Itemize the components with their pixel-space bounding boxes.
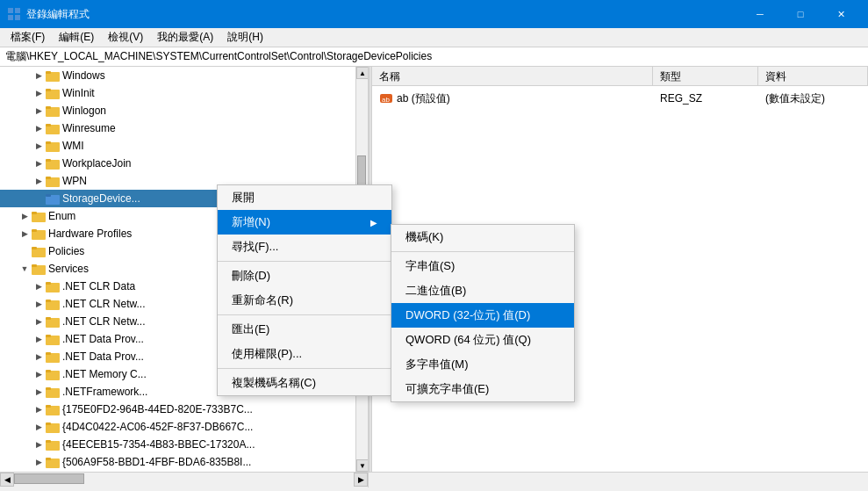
- expand-arrow: ▶: [18, 227, 32, 241]
- tree-label: .NET Memory C...: [62, 368, 147, 380]
- svg-rect-44: [46, 405, 51, 408]
- scroll-up-btn[interactable]: ▲: [356, 67, 369, 79]
- svg-rect-34: [46, 317, 51, 320]
- sub-string-label: 字串值(S): [405, 259, 455, 272]
- tree-hscroll[interactable]: ◀ ▶: [0, 473, 369, 487]
- folder-icon: [46, 157, 60, 170]
- svg-rect-32: [46, 300, 51, 302]
- ctx-expand[interactable]: 展開: [218, 185, 391, 210]
- tree-item-wmi[interactable]: ▶ WMI: [0, 137, 368, 155]
- folder-icon: [32, 210, 46, 222]
- address-path: 電腦\HKEY_LOCAL_MACHINE\SYSTEM\CurrentCont…: [5, 49, 432, 64]
- menu-help[interactable]: 說明(H): [220, 28, 270, 47]
- expand-arrow: ▶: [32, 350, 46, 364]
- ctx-new[interactable]: 新增(N) ▶: [218, 210, 391, 235]
- svg-rect-18: [46, 177, 51, 179]
- ctx-rename-label: 重新命名(R): [232, 292, 293, 308]
- svg-rect-50: [46, 458, 51, 460]
- folder-icon: [46, 315, 60, 328]
- expand-arrow: ▶: [32, 86, 46, 100]
- sub-qword[interactable]: QWORD (64 位元) 值(Q): [391, 328, 574, 352]
- close-button[interactable]: ✕: [821, 0, 861, 28]
- tree-label: Winresume: [62, 122, 116, 134]
- tree-item-guid2[interactable]: ▶ {4D4C0422-AC06-452F-8F37-DB667C...: [0, 418, 368, 436]
- submenu[interactable]: 機碼(K) 字串值(S) 二進位值(B) DWORD (32-位元) 值(D) …: [391, 224, 575, 402]
- folder-icon: [46, 298, 60, 310]
- tree-item-windows[interactable]: ▶ Windows: [0, 67, 368, 84]
- sub-dword[interactable]: DWORD (32-位元) 值(D): [391, 303, 574, 328]
- col-header-name: 名稱: [372, 67, 653, 85]
- ctx-sep1: [218, 261, 391, 262]
- tree-label: .NET Data Prov...: [62, 350, 144, 363]
- scroll-down-btn[interactable]: ▼: [356, 459, 369, 472]
- sub-qword-label: QWORD (64 位元) 值(Q): [405, 333, 531, 346]
- tree-item-workplacejoin[interactable]: ▶ WorkplaceJoin: [0, 155, 368, 172]
- expand-arrow: ▶: [32, 69, 46, 83]
- ctx-copy-keyname[interactable]: 複製機碼名稱(C): [218, 371, 391, 395]
- tree-item-winlogon[interactable]: ▶ Winlogon: [0, 102, 368, 119]
- menu-bar: 檔案(F) 編輯(E) 檢視(V) 我的最愛(A) 說明(H): [0, 28, 868, 47]
- right-header: 名稱 類型 資料: [372, 67, 868, 86]
- sub-binary[interactable]: 二進位值(B): [391, 278, 574, 303]
- svg-rect-48: [46, 440, 51, 443]
- context-menu[interactable]: 展開 新增(N) ▶ 尋找(F)... 刪除(D) 重新命名(R) 匯出(E) …: [217, 184, 392, 396]
- ctx-export[interactable]: 匯出(E): [218, 317, 391, 342]
- expand-arrow: ▶: [32, 156, 46, 170]
- tree-label: {506A9F58-BBD1-4FBF-BDA6-835B8I...: [62, 456, 251, 468]
- folder-icon-open: [46, 192, 60, 205]
- svg-rect-40: [46, 370, 51, 372]
- menu-edit[interactable]: 編輯(E): [52, 28, 101, 47]
- folder-icon: [46, 105, 60, 117]
- right-content: ab ab (預設值) REG_SZ (數值未設定): [372, 86, 868, 111]
- hscroll-left-btn[interactable]: ◀: [0, 473, 14, 487]
- folder-icon: [32, 245, 46, 257]
- ctx-sep2: [218, 314, 391, 315]
- col-header-type: 類型: [653, 67, 758, 85]
- menu-file[interactable]: 檔案(F): [4, 28, 52, 47]
- ctx-permissions[interactable]: 使用權限(P)...: [218, 342, 391, 366]
- value-type-cell: REG_SZ: [653, 92, 758, 105]
- sub-string[interactable]: 字串值(S): [391, 254, 574, 278]
- tree-label: Winlogon: [62, 105, 106, 117]
- sub-sep1: [391, 251, 574, 252]
- tree-item-guid4[interactable]: ▶ {506A9F58-BBD1-4FBF-BDA6-835B8I...: [0, 453, 368, 471]
- tree-label: .NETFramework...: [62, 386, 147, 398]
- sub-key[interactable]: 機碼(K): [391, 225, 574, 249]
- tree-label: Policies: [48, 245, 84, 257]
- svg-rect-36: [46, 335, 51, 337]
- menu-view[interactable]: 檢視(V): [101, 28, 150, 47]
- tree-label: WinInit: [62, 87, 95, 99]
- menu-favorites[interactable]: 我的最愛(A): [150, 28, 220, 47]
- maximize-button[interactable]: □: [780, 0, 821, 28]
- tree-item-winresume[interactable]: ▶ Winresume: [0, 119, 368, 137]
- sub-expandstring[interactable]: 可擴充字串值(E): [391, 377, 574, 401]
- app-icon: [7, 7, 21, 21]
- svg-rect-24: [32, 229, 37, 232]
- tree-label: .NET Data Prov...: [62, 333, 144, 345]
- tree-item-wininit[interactable]: ▶ WinInit: [0, 84, 368, 102]
- ctx-rename[interactable]: 重新命名(R): [218, 288, 391, 313]
- right-row-default[interactable]: ab ab (預設值) REG_SZ (數值未設定): [372, 90, 868, 107]
- tree-label: Services: [48, 263, 89, 275]
- sub-multistring[interactable]: 多字串值(M): [391, 352, 574, 377]
- ctx-find[interactable]: 尋找(F)...: [218, 235, 391, 259]
- hscroll-track[interactable]: [14, 473, 354, 487]
- tree-item-guid3[interactable]: ▶ {4EECEB15-7354-4B83-BBEC-17320A...: [0, 436, 368, 453]
- folder-icon: [46, 69, 60, 82]
- minimize-button[interactable]: ─: [740, 0, 780, 28]
- ctx-sep3: [218, 368, 391, 369]
- ctx-delete[interactable]: 刪除(D): [218, 264, 391, 288]
- title-bar: 登錄編輯程式 ─ □ ✕: [0, 0, 868, 28]
- tree-item-guid1[interactable]: ▶ {175E0FD2-964B-44ED-820E-733B7C...: [0, 401, 368, 418]
- folder-icon: [46, 386, 60, 398]
- svg-rect-28: [32, 264, 37, 267]
- expand-arrow: ▶: [32, 139, 46, 153]
- expand-arrow: ▶: [32, 297, 46, 311]
- tree-label: .NET CLR Netw...: [62, 298, 145, 310]
- tree-label: Windows: [62, 69, 105, 82]
- svg-rect-0: [8, 8, 13, 13]
- ctx-new-label: 新增(N): [232, 214, 270, 230]
- hscroll-right-btn[interactable]: ▶: [354, 473, 368, 487]
- svg-rect-10: [46, 106, 51, 109]
- hscroll-thumb[interactable]: [14, 473, 84, 484]
